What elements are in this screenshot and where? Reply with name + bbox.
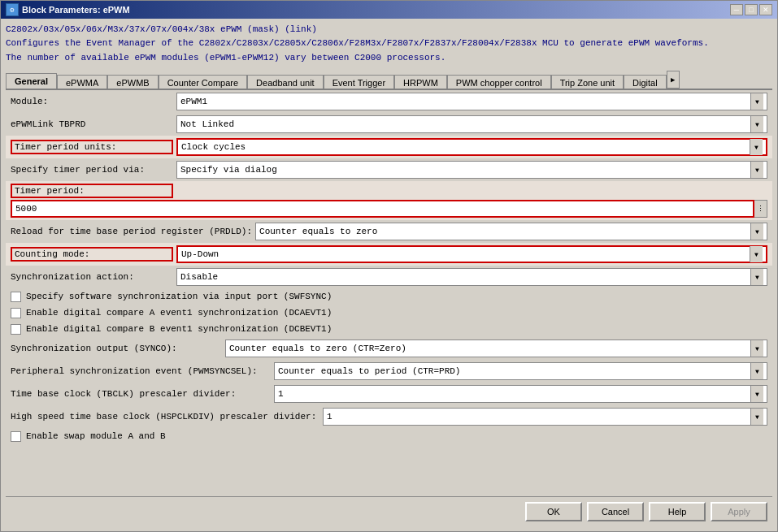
counting-mode-row: Counting mode: Up-Down ▼	[6, 243, 772, 266]
synco-row: Synchronization output (SYNCO): Counter …	[6, 337, 772, 360]
dcbevt1-label: Enable digital compare B event1 synchron…	[26, 324, 332, 334]
tab-pwm-chopper[interactable]: PWM chopper control	[447, 75, 551, 90]
tab-epwmb[interactable]: ePWMB	[107, 75, 158, 90]
counting-mode-dropdown-arrow: ▼	[750, 246, 763, 262]
swfsync-label: Specify software synchronization via inp…	[26, 292, 332, 301]
specify-timer-dropdown[interactable]: Specify via dialog ▼	[176, 161, 767, 179]
cancel-button[interactable]: Cancel	[587, 502, 644, 521]
window-content: C2802x/03x/05x/06x/M3x/37x/07x/004x/38x …	[1, 19, 777, 531]
sync-action-dropdown-arrow: ▼	[750, 269, 763, 285]
counting-mode-value: Up-Down ▼	[176, 245, 767, 263]
synco-value: Counter equals to zero (CTR=Zero) ▼	[225, 340, 767, 357]
synco-dropdown[interactable]: Counter equals to zero (CTR=Zero) ▼	[225, 340, 767, 357]
tbprd-row: ePWMLink TBPRD Not Linked ▼	[6, 113, 772, 136]
dcaevt1-checkbox-row: Enable digital compare A event1 synchron…	[6, 305, 772, 321]
timer-units-dropdown[interactable]: Clock cycles ▼	[176, 138, 767, 156]
counting-mode-dropdown[interactable]: Up-Down ▼	[176, 245, 767, 263]
help-button[interactable]: Help	[649, 502, 706, 521]
tbclk-row: Time base clock (TBCLK) prescaler divide…	[6, 383, 772, 405]
synco-label: Synchronization output (SYNCO):	[11, 344, 222, 353]
dcaevt1-checkbox[interactable]	[11, 308, 21, 318]
bottom-buttons: OK Cancel Help Apply	[6, 496, 772, 526]
sync-action-value: Disable ▼	[176, 268, 767, 286]
pwmsyncsel-row: Peripheral synchronization event (PWMSYN…	[6, 360, 772, 383]
reload-row: Reload for time base period register (PR…	[6, 220, 772, 243]
reload-dropdown-text: Counter equals to zero	[259, 227, 750, 236]
tbclk-dropdown[interactable]: 1 ▼	[274, 385, 767, 403]
specify-timer-label: Specify timer period via:	[11, 165, 173, 175]
tab-trip-zone[interactable]: Trip Zone unit	[551, 75, 624, 90]
timer-period-menu-btn[interactable]: ⋮	[754, 200, 767, 218]
tab-epwma[interactable]: ePWMA	[57, 75, 107, 90]
title-bar-left: ⚙ Block Parameters: ePWM	[6, 3, 130, 16]
swap-checkbox-row: Enable swap module A and B	[6, 428, 772, 444]
tabs-bar: General ePWMA ePWMB Counter Compare Dead…	[6, 71, 772, 90]
module-dropdown[interactable]: ePWM1 ▼	[176, 93, 767, 110]
module-dropdown-arrow: ▼	[750, 93, 763, 110]
timer-period-input-row: ⋮	[11, 200, 767, 218]
timer-units-label: Timer period units:	[11, 140, 173, 154]
specify-timer-row: Specify timer period via: Specify via di…	[6, 158, 772, 181]
reload-label: Reload for time base period register (PR…	[11, 227, 252, 236]
tbclk-dropdown-arrow: ▼	[750, 386, 763, 402]
hspclkdiv-dropdown-text: 1	[327, 412, 750, 422]
header-line2: Configures the Event Manager of the C280…	[6, 37, 772, 50]
tbprd-dropdown-text: Not Linked	[180, 119, 750, 129]
tbclk-dropdown-text: 1	[278, 389, 750, 399]
specify-timer-dropdown-arrow: ▼	[750, 162, 763, 178]
pwmsyncsel-dropdown-arrow: ▼	[750, 363, 763, 379]
tab-counter-compare[interactable]: Counter Compare	[159, 75, 247, 90]
maximize-button[interactable]: □	[745, 4, 758, 15]
counting-mode-label: Counting mode:	[11, 247, 173, 262]
minimize-button[interactable]: ─	[730, 4, 743, 15]
timer-units-row: Timer period units: Clock cycles ▼	[6, 136, 772, 158]
counting-mode-dropdown-text: Up-Down	[181, 249, 750, 259]
header-line3: The number of available ePWM modules (eP…	[6, 52, 772, 64]
swfsync-checkbox[interactable]	[11, 292, 21, 302]
swap-checkbox[interactable]	[11, 431, 21, 442]
synco-dropdown-arrow: ▼	[750, 340, 763, 357]
tbprd-value: Not Linked ▼	[176, 115, 767, 133]
tbprd-dropdown[interactable]: Not Linked ▼	[176, 115, 767, 133]
main-panel: Module: ePWM1 ▼ ePWMLink TBPRD Not Linke…	[6, 90, 772, 496]
pwmsyncsel-dropdown[interactable]: Counter equals to period (CTR=PRD) ▼	[274, 362, 767, 380]
specify-timer-value: Specify via dialog ▼	[176, 161, 767, 179]
synco-dropdown-text: Counter equals to zero (CTR=Zero)	[229, 344, 750, 353]
sync-action-label: Synchronization action:	[11, 272, 173, 282]
reload-dropdown-arrow: ▼	[750, 223, 763, 240]
module-value: ePWM1 ▼	[176, 93, 767, 110]
reload-value: Counter equals to zero ▼	[255, 223, 767, 240]
tbprd-label: ePWMLink TBPRD	[11, 119, 173, 129]
specify-timer-dropdown-text: Specify via dialog	[180, 165, 750, 175]
tab-hrpwm[interactable]: HRPWM	[394, 75, 447, 90]
hspclkdiv-dropdown[interactable]: 1 ▼	[323, 408, 767, 426]
tab-digital[interactable]: Digital	[624, 75, 667, 90]
sync-action-dropdown[interactable]: Disable ▼	[176, 268, 767, 286]
header-line1: C2802x/03x/05x/06x/M3x/37x/07x/004x/38x …	[6, 24, 772, 36]
apply-button[interactable]: Apply	[711, 502, 767, 521]
dcaevt1-label: Enable digital compare A event1 synchron…	[26, 308, 332, 318]
tbclk-value: 1 ▼	[274, 385, 767, 403]
timer-period-input[interactable]	[11, 200, 754, 218]
timer-units-dropdown-arrow: ▼	[750, 139, 763, 155]
pwmsyncsel-dropdown-text: Counter equals to period (CTR=PRD)	[278, 366, 750, 376]
sync-action-dropdown-text: Disable	[180, 272, 750, 282]
dcbevt1-checkbox[interactable]	[11, 324, 21, 335]
title-bar: ⚙ Block Parameters: ePWM ─ □ ✕	[1, 1, 777, 19]
ok-button[interactable]: OK	[525, 502, 582, 521]
tab-deadband[interactable]: Deadband unit	[247, 75, 324, 90]
window-icon: ⚙	[6, 3, 19, 16]
tbclk-label: Time base clock (TBCLK) prescaler divide…	[11, 389, 271, 399]
tab-general[interactable]: General	[6, 73, 57, 90]
module-row: Module: ePWM1 ▼	[6, 90, 772, 113]
reload-dropdown[interactable]: Counter equals to zero ▼	[255, 223, 767, 240]
dcbevt1-checkbox-row: Enable digital compare B event1 synchron…	[6, 321, 772, 337]
hspclkdiv-label: High speed time base clock (HSPCLKDIV) p…	[11, 412, 319, 422]
window-title: Block Parameters: ePWM	[22, 5, 130, 15]
pwmsyncsel-label: Peripheral synchronization event (PWMSYN…	[11, 366, 271, 376]
close-button[interactable]: ✕	[759, 4, 772, 15]
tbprd-dropdown-arrow: ▼	[750, 116, 763, 132]
tab-event-trigger[interactable]: Event Trigger	[324, 75, 394, 90]
tab-scroll-right[interactable]: ▶	[667, 71, 680, 89]
pwmsyncsel-value: Counter equals to period (CTR=PRD) ▼	[274, 362, 767, 380]
